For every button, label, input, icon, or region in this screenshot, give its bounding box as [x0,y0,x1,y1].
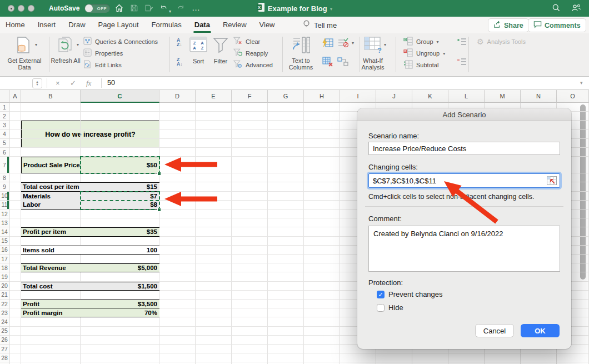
column-header-C[interactable]: C [81,90,159,103]
what-if-analysis-dropdown-icon[interactable]: ▾ [384,42,386,47]
hide-checkbox[interactable]: Hide [377,303,403,312]
hide-checkbox-icon[interactable] [377,304,385,312]
row-header-20[interactable]: 20 [0,282,9,291]
tab-page-layout[interactable]: Page Layout [98,17,139,33]
comment-textarea[interactable]: Created by Belynda Cianci on 9/16/2022 [368,226,560,272]
column-header-H[interactable]: H [304,90,340,103]
show-detail-icon[interactable] [457,38,467,48]
sort-descending-icon[interactable]: ZA↓ [177,57,182,66]
row-header-8[interactable]: 8 [0,173,9,182]
row-header-2[interactable]: 2 [0,112,9,121]
tell-me-box[interactable]: Tell me [303,17,337,33]
row-header-6[interactable]: 6 [0,148,9,157]
home-icon[interactable] [114,3,124,13]
consolidate-icon[interactable] [322,57,333,69]
tab-formulas[interactable]: Formulas [152,17,182,33]
save-icon[interactable] [130,4,138,12]
changing-cells-input[interactable]: $C$7,$C$10,$C$11 [368,173,560,188]
hide-detail-icon[interactable] [457,58,467,68]
column-header-F[interactable]: F [232,90,268,103]
more-commands-icon[interactable]: … [192,2,201,13]
row-header-17[interactable]: 17 [0,255,9,263]
tab-view[interactable]: View [259,17,275,33]
sort-icon[interactable]: ZAAZ [189,37,207,54]
row-header-24[interactable]: 24 [0,317,9,326]
share-people-icon[interactable] [571,3,581,12]
get-external-data-dropdown-icon[interactable]: ▾ [35,42,37,47]
data-validation-icon[interactable] [337,38,348,50]
column-header-L[interactable]: L [448,90,485,103]
row-header-14[interactable]: 14 [0,227,9,236]
properties-button[interactable]: Properties [83,48,123,58]
undo-dropdown-icon[interactable]: ▾ [169,6,171,17]
row-header-7[interactable]: 7 [0,157,9,173]
group-button[interactable]: Group ▾ [403,37,439,47]
analysis-tools-button[interactable]: ⚙ Analysis Tools [477,37,526,46]
ungroup-button[interactable]: Ungroup ▾ [403,48,445,58]
name-box[interactable] [0,77,32,89]
save-as-icon[interactable] [144,4,153,12]
flash-fill-icon[interactable] [322,38,333,50]
expand-formula-bar-icon[interactable]: ▾ [580,80,583,86]
data-validation-dropdown-icon[interactable]: ▾ [352,41,354,46]
sheet-row-22[interactable]: Profit$3,500 [21,300,159,308]
get-external-data-label[interactable]: Get External Data [2,57,47,71]
confirm-entry-icon[interactable]: ✓ [70,79,76,87]
close-window-button[interactable] [8,5,14,12]
advanced-filter-button[interactable]: Advanced [233,60,273,69]
search-icon[interactable] [552,3,561,12]
row-header-11[interactable]: 11 [0,201,9,210]
dialog-title[interactable]: Add Scenario [357,108,571,121]
formula-bar-value[interactable]: 50 [107,79,115,87]
column-header-D[interactable]: D [159,90,196,103]
tab-home[interactable]: Home [6,17,25,33]
relationships-icon[interactable] [337,57,348,69]
row-header-16[interactable]: 16 [0,246,9,255]
row-header-12[interactable]: 12 [0,210,9,218]
undo-icon[interactable] [159,4,168,12]
sheet-row-20[interactable]: Total cost$1,500 [21,282,159,291]
column-header-K[interactable]: K [412,90,448,103]
sheet-title-cell[interactable]: How do we increase profit? [21,121,159,148]
sheet-row-18[interactable]: Total Revenue$5,000 [21,263,159,272]
name-box-stepper[interactable]: ▲▼ [32,78,42,88]
queries-connections-button[interactable]: Queries & Connections [83,37,158,46]
row-header-18[interactable]: 18 [0,263,9,272]
sheet-row-23[interactable]: Profit margin70% [21,308,159,317]
reapply-filter-button[interactable]: Reapply [233,48,268,58]
minimize-window-button[interactable] [18,5,24,12]
row-header-1[interactable]: 1 [0,103,9,112]
get-external-data-icon[interactable] [14,36,33,57]
row-header-4[interactable]: 4 [0,130,9,139]
column-header-J[interactable]: J [376,90,412,103]
edit-links-button[interactable]: Edit Links [83,60,122,69]
text-to-columns-icon[interactable] [290,36,310,56]
row-header-13[interactable]: 13 [0,218,9,227]
row-header-25[interactable]: 25 [0,327,9,336]
autosave-toggle[interactable]: OFF [84,4,110,13]
cancel-entry-icon[interactable]: × [56,79,60,87]
row-header-21[interactable]: 21 [0,291,9,300]
clear-filter-button[interactable]: Clear [233,37,260,46]
row-header-23[interactable]: 23 [0,308,9,317]
what-if-analysis-label[interactable]: What-If Analysis [358,57,387,71]
vertical-scrollbar-thumb[interactable] [580,104,586,280]
row-header-28[interactable]: 28 [0,353,9,362]
refresh-all-label[interactable]: Refresh All [49,57,82,64]
column-header-M[interactable]: M [485,90,521,103]
filter-icon[interactable] [212,37,229,56]
sort-label[interactable]: Sort [187,58,209,64]
sheet-row-14[interactable]: Profit per item$35 [21,227,159,236]
prevent-changes-checkbox[interactable]: ✓ Prevent changes [377,290,443,298]
column-header-B[interactable]: B [21,90,81,103]
subtotal-button[interactable]: Subtotal [403,60,438,70]
column-header-E[interactable]: E [196,90,232,103]
share-button[interactable]: Share [488,18,529,32]
row-header-27[interactable]: 27 [0,345,9,353]
select-all-corner[interactable] [0,90,9,103]
fill-handle[interactable] [157,172,161,176]
sheet-row-16[interactable]: Items sold100 [21,246,159,255]
column-header-G[interactable]: G [268,90,304,103]
tab-review[interactable]: Review [223,17,247,33]
column-header-N[interactable]: N [521,90,557,103]
